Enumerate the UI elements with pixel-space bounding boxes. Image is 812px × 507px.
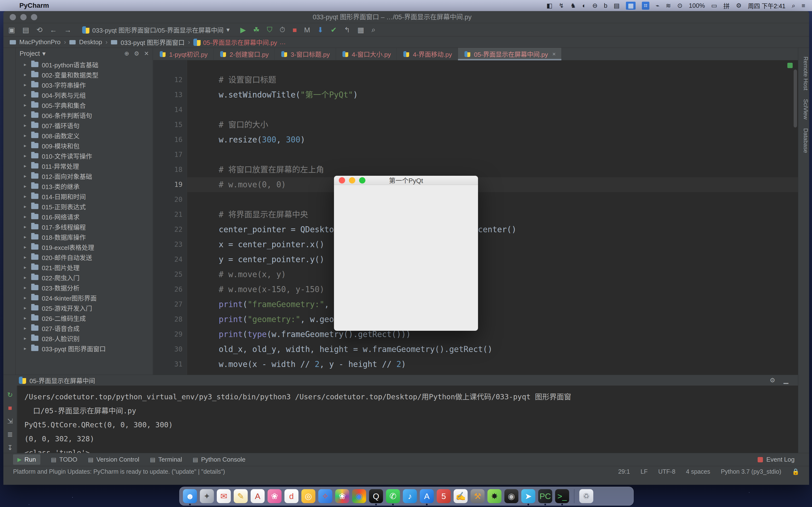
line-number[interactable]: 29: [163, 327, 183, 342]
chevron-right-icon[interactable]: ▸: [24, 112, 31, 118]
run-panel-header[interactable]: 05-界面显示在屏幕中间 ⚙▁: [3, 375, 798, 386]
run-rail-icon-0[interactable]: ↻: [3, 391, 17, 399]
dock-icon-redbook[interactable]: 5: [437, 489, 451, 503]
tree-row-folder[interactable]: ▸021-图片处理: [16, 262, 153, 272]
toolbar-action-4[interactable]: ■: [292, 26, 297, 34]
chevron-right-icon[interactable]: ▸: [24, 224, 31, 230]
tree-row-folder[interactable]: ▸008-函数定义: [16, 130, 153, 140]
breadcrumb-file[interactable]: 05-界面显示在屏幕中间.py…: [193, 38, 286, 47]
menu-status-icon-◐[interactable]: ◐: [582, 2, 586, 9]
run-header-icon-1[interactable]: ▁: [783, 377, 788, 384]
toolbar-icon-1[interactable]: ▤: [22, 25, 29, 34]
dock-icon-launchpad[interactable]: ✦: [200, 489, 214, 503]
dock-icon-trash[interactable]: ♽: [579, 489, 593, 503]
line-number[interactable]: 28: [163, 312, 183, 327]
dock-icon-dingtalk[interactable]: ✸: [488, 489, 501, 503]
menu-status-icon-♞[interactable]: ♞: [570, 2, 576, 9]
event-log-button[interactable]: Event Log: [758, 456, 795, 463]
tree-row-folder[interactable]: ▸012-面向对象基础: [16, 171, 153, 181]
dock-icon-app-store[interactable]: A: [420, 489, 434, 503]
run-tab-label[interactable]: 05-界面显示在屏幕中间: [30, 376, 95, 385]
menu-status-icon-⌁[interactable]: ⌁: [656, 2, 660, 9]
line-number[interactable]: 31: [163, 357, 183, 372]
tree-row-folder[interactable]: ▸018-数据库操作: [16, 232, 153, 242]
tree-row-folder[interactable]: ▸017-多线程编程: [16, 222, 153, 232]
line-number[interactable]: 19: [163, 177, 183, 192]
menu-status-icon-100%[interactable]: 100%: [689, 2, 705, 9]
breadcrumb-segment[interactable]: Desktop: [79, 38, 102, 46]
toolbar-action-2[interactable]: ⛉: [267, 25, 272, 34]
dock-icon-finder[interactable]: ☻: [183, 489, 197, 503]
chevron-right-icon[interactable]: ▸: [24, 132, 31, 138]
tree-row-folder[interactable]: ▸022-爬虫入门: [16, 272, 153, 282]
close-icon[interactable]: ×: [552, 51, 556, 57]
toolbar-action-3[interactable]: ⏱: [280, 25, 285, 34]
tree-row-folder[interactable]: ▸010-文件读写操作: [16, 151, 153, 161]
menu-status-icon-⚙[interactable]: ⚙: [736, 2, 742, 9]
menu-status-icon-▤[interactable]: ▤: [614, 2, 620, 9]
dock-icon-quicktime[interactable]: ◉: [504, 489, 518, 503]
run-header-icon-0[interactable]: ⚙: [770, 377, 775, 384]
dock-icon-notes[interactable]: ✎: [234, 489, 248, 503]
run-rail-icon-4[interactable]: ↧: [3, 444, 17, 452]
line-number[interactable]: 13: [163, 88, 183, 102]
dock-icon-qq-music[interactable]: ♪: [403, 489, 417, 503]
chevron-right-icon[interactable]: ▸: [24, 163, 31, 169]
tree-row-folder[interactable]: ▸020-邮件自动发送: [16, 252, 153, 262]
menu-status-icon-⌗[interactable]: ⌗: [642, 2, 649, 10]
toolbar-action-5[interactable]: M: [304, 26, 310, 34]
editor-tab[interactable]: 2-创建窗口.py: [214, 48, 275, 60]
tree-row-folder[interactable]: ▸033-pyqt 图形界面窗口: [16, 343, 153, 353]
dock-icon-archive[interactable]: ⚒: [470, 489, 485, 503]
menu-status-icon-↯[interactable]: ↯: [559, 2, 564, 9]
status-widget-3[interactable]: 4 spaces: [686, 468, 710, 475]
tool-window-button-python-console[interactable]: ▤Python Console: [193, 456, 245, 463]
dock-icon-photos[interactable]: ❀: [335, 489, 349, 503]
line-number[interactable]: 16: [163, 132, 183, 147]
tree-row-folder[interactable]: ▸014-日期和时间: [16, 191, 153, 201]
menu-status-icon-⊖[interactable]: ⊖: [592, 2, 598, 9]
pyqt-app-window[interactable]: 第一个PyQt: [334, 176, 478, 331]
dock-icon-telegram[interactable]: ➤: [521, 489, 535, 503]
chevron-right-icon[interactable]: ▸: [24, 285, 31, 290]
project-header-icon-1[interactable]: ⚙: [134, 50, 139, 57]
editor-tab[interactable]: 4-窗口大小.py: [336, 48, 397, 60]
chevron-right-icon[interactable]: ▸: [24, 244, 31, 250]
dock-icon-preview[interactable]: ✍: [454, 489, 468, 503]
tool-window-button-todo[interactable]: ▤TODO: [51, 456, 77, 463]
toolbar-action-6[interactable]: ⬇: [317, 25, 323, 34]
chevron-down-icon[interactable]: ▾: [42, 50, 46, 57]
dock-icon-terminal[interactable]: >_: [555, 489, 569, 503]
status-message[interactable]: Platform and Plugin Updates: PyCharm is …: [13, 468, 225, 475]
right-rail-label-sciview[interactable]: SciView: [798, 99, 809, 119]
tree-row-folder[interactable]: ▸028-人脸识别: [16, 333, 153, 343]
menu-status-icon-▭[interactable]: ▭: [711, 2, 717, 9]
tree-row-folder[interactable]: ▸004-列表与元组: [16, 90, 153, 100]
line-number[interactable]: 17: [163, 147, 183, 162]
chevron-right-icon[interactable]: ▸: [24, 234, 31, 240]
status-widget-0[interactable]: 29:1: [618, 468, 630, 475]
project-header-icon-2[interactable]: ✕: [144, 50, 149, 57]
menu-bar-clock[interactable]: 周四 下午2:41: [748, 1, 785, 10]
tool-window-button-terminal[interactable]: ▤Terminal: [150, 456, 182, 463]
tree-row-folder[interactable]: ▸015-正则表达式: [16, 201, 153, 212]
tree-row-folder[interactable]: ▸023-数据分析: [16, 282, 153, 293]
chevron-right-icon[interactable]: ▸: [24, 92, 31, 98]
chevron-right-icon[interactable]: ▸: [24, 153, 31, 159]
tree-row-folder[interactable]: ▸011-异常处理: [16, 161, 153, 171]
line-number[interactable]: 15: [163, 117, 183, 132]
tree-row-folder[interactable]: ▸013-类的继承: [16, 181, 153, 191]
app-menu-name[interactable]: PyCharm: [19, 2, 49, 9]
chevron-right-icon[interactable]: ▸: [24, 183, 31, 189]
run-rail-icon-2[interactable]: ⇲: [3, 417, 17, 425]
minimize-window-button[interactable]: [20, 14, 27, 20]
editor-tab[interactable]: 3-窗口标题.py: [275, 48, 336, 60]
status-widget-5[interactable]: 🔒: [792, 468, 800, 475]
dock-icon-safari[interactable]: ✧: [318, 489, 332, 503]
inspections-indicator[interactable]: [788, 63, 793, 68]
dock-icon-automator[interactable]: ◎: [301, 489, 315, 503]
toolbar-action-10[interactable]: ⌕: [371, 25, 375, 34]
toolbar-action-7[interactable]: ✔: [331, 25, 337, 34]
chevron-right-icon[interactable]: ▸: [24, 305, 31, 311]
chevron-right-icon[interactable]: ▸: [24, 295, 31, 300]
